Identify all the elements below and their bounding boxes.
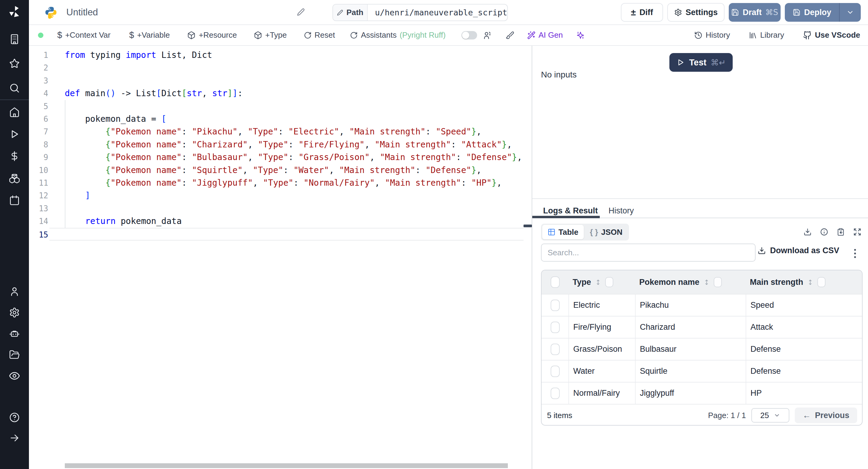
- page-size-select[interactable]: 25: [751, 408, 789, 423]
- code-line-content: {"Pokemon name": "Charizard", "Type": "F…: [65, 138, 512, 151]
- sidebar-item-workers[interactable]: [7, 326, 22, 341]
- line-number: 15: [29, 228, 48, 241]
- code-line[interactable]: 1from typing import List, Dict: [29, 49, 532, 61]
- editor-horizontal-scrollbar[interactable]: [65, 463, 508, 468]
- line-number: 13: [29, 202, 48, 215]
- code-line[interactable]: 14 return pokemon_data: [29, 215, 532, 227]
- code-line[interactable]: 11 {"Pokemon name": "Jigglypuff", "Type"…: [29, 177, 532, 189]
- column-header[interactable]: Type: [568, 277, 635, 287]
- code-line-content: return pokemon_data: [65, 215, 182, 227]
- sidebar-item-folders[interactable]: [7, 347, 22, 362]
- column-header[interactable]: Pokemon name: [635, 277, 746, 287]
- test-button[interactable]: Test ⌘↵: [670, 53, 733, 72]
- table-cell: Jigglypuff: [635, 382, 746, 404]
- line-number: 2: [29, 61, 48, 74]
- code-line[interactable]: 6 pokemon_data = [: [29, 113, 532, 125]
- add-resource-button[interactable]: +Resource: [187, 30, 237, 40]
- ai-gen-button[interactable]: AI Gen: [527, 30, 563, 40]
- arrow-right-icon: [9, 433, 20, 443]
- add-type-button[interactable]: +Type: [254, 30, 287, 40]
- path-field[interactable]: Path u/henri/maneuverable_script: [333, 4, 508, 21]
- sort-icon[interactable]: [703, 279, 710, 286]
- download-result-button[interactable]: [804, 228, 812, 236]
- use-vscode-button[interactable]: Use VScode: [803, 30, 860, 40]
- dollar-icon: $: [129, 30, 134, 40]
- code-line[interactable]: 7 {"Pokemon name": "Pikachu", "Type": "E…: [29, 125, 532, 138]
- sidebar-item-runs[interactable]: [7, 127, 22, 142]
- download-csv-button[interactable]: Download as CSV: [758, 246, 839, 255]
- ai-sparkles-button[interactable]: [576, 31, 585, 39]
- deploy-button[interactable]: Deploy: [785, 3, 839, 22]
- sidebar-item-audit[interactable]: [7, 369, 22, 383]
- table-row: Fire/FlyingCharizardAttack: [541, 316, 862, 338]
- panel-resize-handle[interactable]: [524, 224, 532, 227]
- sidebar-item-resources[interactable]: [7, 171, 22, 185]
- code-line[interactable]: 10 {"Pokemon name": "Squirtle", "Type": …: [29, 164, 532, 177]
- select-all-checkbox[interactable]: [551, 276, 560, 288]
- row-checkbox[interactable]: [551, 387, 560, 399]
- assistants-button[interactable]: Assistants (Pyright Ruff): [350, 30, 445, 40]
- result-search-input[interactable]: [541, 244, 755, 262]
- sidebar-item-help[interactable]: [7, 410, 22, 425]
- code-line[interactable]: 8 {"Pokemon name": "Charizard", "Type": …: [29, 138, 532, 151]
- tab-logs-result[interactable]: Logs & Result: [543, 206, 598, 216]
- code-line[interactable]: 2: [29, 61, 532, 74]
- line-number: 10: [29, 164, 48, 177]
- settings-button[interactable]: Settings: [667, 3, 724, 22]
- sidebar-item-settings[interactable]: [7, 305, 22, 320]
- line-number: 8: [29, 138, 48, 151]
- code-line[interactable]: 12 ]: [29, 189, 532, 202]
- row-checkbox[interactable]: [551, 300, 560, 311]
- tab-history[interactable]: History: [609, 206, 634, 216]
- edit-summary-icon[interactable]: [297, 8, 305, 16]
- code-line[interactable]: 3: [29, 74, 532, 87]
- sidebar-collapse-button[interactable]: [7, 431, 22, 445]
- library-button[interactable]: Library: [749, 30, 784, 40]
- code-line[interactable]: 15: [50, 228, 524, 241]
- sort-icon[interactable]: [595, 279, 601, 286]
- sidebar-item-workspace[interactable]: [7, 32, 22, 46]
- sort-icon[interactable]: [807, 279, 814, 286]
- more-options-button[interactable]: [852, 247, 858, 260]
- row-checkbox[interactable]: [551, 344, 560, 355]
- row-checkbox[interactable]: [551, 366, 560, 377]
- diff-button[interactable]: ± Diff: [621, 3, 663, 22]
- table-cell: Speed: [746, 294, 863, 316]
- path-value[interactable]: u/henri/maneuverable_script: [368, 4, 507, 21]
- code-line[interactable]: 13: [29, 202, 532, 215]
- download-icon: [804, 228, 812, 236]
- column-filter-checkbox[interactable]: [714, 277, 722, 287]
- multiplayer-users-button[interactable]: [483, 31, 492, 40]
- column-header[interactable]: Main strength: [746, 277, 863, 287]
- row-checkbox[interactable]: [551, 322, 560, 333]
- format-code-button[interactable]: [505, 31, 514, 39]
- draft-button[interactable]: Draft ⌘S: [729, 3, 781, 22]
- sidebar-item-search[interactable]: [7, 81, 22, 95]
- history-button[interactable]: History: [694, 30, 730, 40]
- add-variable-button[interactable]: $ +Variable: [129, 30, 170, 40]
- sidebar-item-favorites[interactable]: [7, 56, 22, 71]
- sidebar-item-variables[interactable]: [7, 149, 22, 163]
- deploy-dropdown-button[interactable]: [839, 3, 861, 22]
- expand-result-button[interactable]: [853, 228, 861, 236]
- code-line[interactable]: 4def main() -> List[Dict[str, str]]:: [29, 87, 532, 100]
- code-editor[interactable]: 1from typing import List, Dict234def mai…: [29, 46, 532, 469]
- windmill-logo-icon[interactable]: [8, 5, 21, 18]
- view-toggle-table[interactable]: Table: [542, 225, 584, 239]
- column-filter-checkbox[interactable]: [817, 277, 826, 287]
- code-line[interactable]: 5: [29, 100, 532, 113]
- multiplayer-toggle[interactable]: [461, 31, 477, 39]
- code-line[interactable]: 9 {"Pokemon name": "Bulbasaur", "Type": …: [29, 151, 532, 164]
- previous-page-button[interactable]: ← Previous: [795, 408, 857, 423]
- copy-result-button[interactable]: [837, 228, 845, 236]
- result-info-button[interactable]: [820, 228, 828, 236]
- reset-button[interactable]: Reset: [304, 30, 335, 40]
- column-filter-checkbox[interactable]: [605, 277, 613, 287]
- sidebar-item-users[interactable]: [7, 284, 22, 299]
- sidebar-item-schedules[interactable]: [7, 193, 22, 207]
- panel-section-divider[interactable]: [532, 198, 868, 199]
- add-context-var-button[interactable]: $ +Context Var: [57, 30, 111, 40]
- sidebar-item-home[interactable]: [7, 105, 22, 119]
- view-toggle-json[interactable]: { } JSON: [584, 225, 628, 239]
- table-icon: [548, 228, 555, 236]
